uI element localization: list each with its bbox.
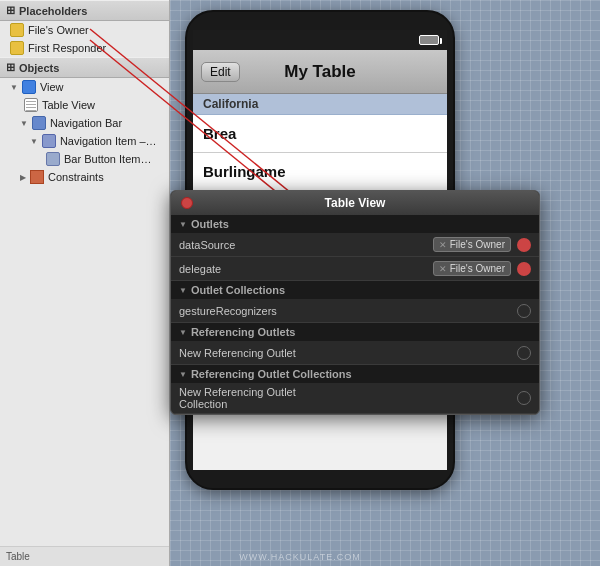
status-bar <box>193 30 447 50</box>
new-ref-outlet-collection-connector[interactable] <box>517 391 531 405</box>
tree-barbutton[interactable]: Bar Button Item… <box>0 150 169 168</box>
nav-title: My Table <box>284 62 355 82</box>
outlets-section-header: ▼ Outlets <box>171 215 539 233</box>
gesture-recognizers-row: gestureRecognizers <box>171 299 539 323</box>
gesture-recognizers-label: gestureRecognizers <box>179 305 319 317</box>
new-ref-outlet-collection-value <box>319 391 531 405</box>
referencing-outlets-header: ▼ Referencing Outlets <box>171 323 539 341</box>
datasource-remove[interactable]: ✕ <box>439 240 447 250</box>
section-california: California <box>193 94 447 115</box>
nav-edit-button[interactable]: Edit <box>201 62 240 82</box>
tree-tableview[interactable]: Table View <box>0 96 169 114</box>
ref-outlet-collections-triangle: ▼ <box>179 370 187 379</box>
placeholder-first-responder[interactable]: First Responder <box>0 39 169 57</box>
nav-bar: Edit My Table <box>193 50 447 94</box>
tree-view[interactable]: ▼ View <box>0 78 169 96</box>
tree-constraints[interactable]: ▶ Constraints <box>0 168 169 186</box>
datasource-value-area: ✕ File's Owner <box>319 237 531 252</box>
constraints-triangle: ▶ <box>20 173 26 182</box>
left-panel: ⊞ Placeholders File's Owner First Respon… <box>0 0 170 566</box>
navitem-triangle: ▼ <box>30 137 38 146</box>
ref-outlets-triangle: ▼ <box>179 328 187 337</box>
delegate-remove[interactable]: ✕ <box>439 264 447 274</box>
placeholders-icon: ⊞ <box>6 4 15 17</box>
objects-icon: ⊞ <box>6 61 15 74</box>
datasource-label: dataSource <box>179 239 319 251</box>
cell-burlingame[interactable]: Burlingame <box>193 153 447 191</box>
tableview-icon <box>24 98 38 112</box>
delegate-connector[interactable] <box>517 262 531 276</box>
watermark: WWW.HACKULATE.COM <box>0 552 600 562</box>
navbar-triangle: ▼ <box>20 119 28 128</box>
popup-title: Table View <box>199 196 511 210</box>
objects-header: ⊞ Objects <box>0 57 169 78</box>
placeholder-files-owner[interactable]: File's Owner <box>0 21 169 39</box>
new-referencing-outlet-value <box>319 346 531 360</box>
files-owner-icon <box>10 23 24 37</box>
delegate-value-area: ✕ File's Owner <box>319 261 531 276</box>
popup-titlebar: Table View <box>171 191 539 215</box>
view-icon <box>22 80 36 94</box>
outlet-collections-header: ▼ Outlet Collections <box>171 281 539 299</box>
table-view-popup: Table View ▼ Outlets dataSource ✕ File's… <box>170 190 540 415</box>
outlet-collections-triangle: ▼ <box>179 286 187 295</box>
new-referencing-outlet-collection-row: New Referencing Outlet Collection <box>171 383 539 414</box>
ref-outlet-collections-header: ▼ Referencing Outlet Collections <box>171 365 539 383</box>
delegate-label: delegate <box>179 263 319 275</box>
gesture-recognizers-value <box>319 304 531 318</box>
new-referencing-outlet-row: New Referencing Outlet <box>171 341 539 365</box>
view-triangle: ▼ <box>10 83 18 92</box>
cell-brea[interactable]: Brea <box>193 115 447 153</box>
battery-icon <box>419 35 439 45</box>
constraints-icon <box>30 170 44 184</box>
new-referencing-outlet-label: New Referencing Outlet <box>179 347 319 359</box>
datasource-tag[interactable]: ✕ File's Owner <box>433 237 511 252</box>
outlets-triangle: ▼ <box>179 220 187 229</box>
delegate-row: delegate ✕ File's Owner <box>171 257 539 281</box>
delegate-tag[interactable]: ✕ File's Owner <box>433 261 511 276</box>
new-ref-outlet-connector[interactable] <box>517 346 531 360</box>
barbutton-icon <box>46 152 60 166</box>
tree-navitem[interactable]: ▼ Navigation Item –… <box>0 132 169 150</box>
gesture-recognizers-connector[interactable] <box>517 304 531 318</box>
datasource-connector[interactable] <box>517 238 531 252</box>
navitem-icon <box>42 134 56 148</box>
tree-navbar[interactable]: ▼ Navigation Bar <box>0 114 169 132</box>
popup-close-button[interactable] <box>181 197 193 209</box>
placeholders-header: ⊞ Placeholders <box>0 0 169 21</box>
new-ref-outlet-collection-label: New Referencing Outlet Collection <box>179 386 319 410</box>
first-responder-icon <box>10 41 24 55</box>
datasource-row: dataSource ✕ File's Owner <box>171 233 539 257</box>
navbar-icon <box>32 116 46 130</box>
